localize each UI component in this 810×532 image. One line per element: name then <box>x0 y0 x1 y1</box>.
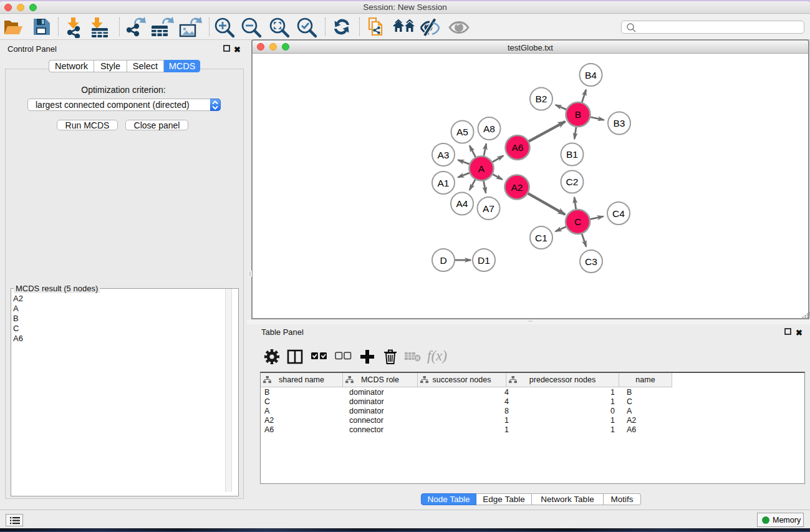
svg-text:B2: B2 <box>536 94 547 104</box>
svg-text:A5: A5 <box>456 127 468 137</box>
svg-text:A7: A7 <box>483 203 494 214</box>
svg-text:A1: A1 <box>438 178 450 188</box>
svg-text:C4: C4 <box>612 208 625 219</box>
svg-text:B: B <box>575 109 581 120</box>
svg-text:A3: A3 <box>438 150 450 160</box>
svg-text:A4: A4 <box>456 198 468 209</box>
svg-text:A2: A2 <box>511 182 523 193</box>
svg-text:D: D <box>440 255 446 266</box>
svg-text:D1: D1 <box>478 255 490 266</box>
svg-text:B4: B4 <box>585 70 597 80</box>
svg-text:C: C <box>574 216 581 227</box>
svg-text:B1: B1 <box>566 149 578 160</box>
svg-text:A: A <box>478 163 485 174</box>
svg-text:A6: A6 <box>512 142 524 153</box>
svg-text:C1: C1 <box>535 233 547 243</box>
svg-text:C2: C2 <box>566 177 579 187</box>
svg-text:B3: B3 <box>614 118 625 128</box>
svg-text:A8: A8 <box>483 123 495 134</box>
svg-text:C3: C3 <box>585 256 597 267</box>
